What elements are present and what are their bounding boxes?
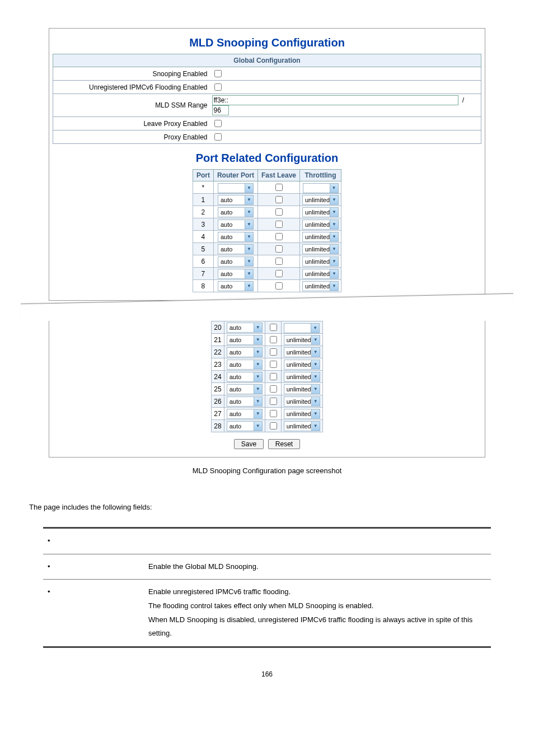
fast-leave-checkbox[interactable] bbox=[270, 324, 277, 331]
chevron-down-icon: ▼ bbox=[254, 409, 262, 418]
select-dropdown[interactable]: auto▼ bbox=[218, 244, 254, 254]
select-dropdown[interactable]: auto▼ bbox=[227, 421, 263, 431]
table-row: 1auto▼unlimited▼ bbox=[193, 194, 341, 206]
fast-leave-checkbox[interactable] bbox=[275, 196, 283, 203]
select-dropdown[interactable]: ▼ bbox=[303, 183, 339, 193]
fast-leave-checkbox[interactable] bbox=[275, 221, 283, 228]
select-dropdown[interactable]: unlimited▼ bbox=[302, 207, 339, 217]
select-value: auto bbox=[221, 221, 232, 228]
fast-leave-checkbox[interactable] bbox=[270, 348, 277, 356]
select-dropdown[interactable]: unlimited▼ bbox=[302, 281, 339, 291]
select-dropdown[interactable]: unlimited▼ bbox=[302, 256, 339, 267]
select-dropdown[interactable]: auto▼ bbox=[227, 323, 263, 333]
snooping-enabled-label: Snooping Enabled bbox=[53, 67, 210, 81]
throttling-cell: unlimited▼ bbox=[300, 255, 341, 268]
select-dropdown[interactable]: auto▼ bbox=[227, 409, 263, 419]
select-value: unlimited bbox=[305, 246, 330, 253]
chevron-down-icon: ▼ bbox=[311, 360, 320, 369]
throttling-cell: unlimited▼ bbox=[281, 420, 322, 432]
select-dropdown[interactable]: unlimited▼ bbox=[284, 409, 320, 419]
fast-leave-cell bbox=[257, 206, 299, 218]
select-dropdown[interactable]: auto▼ bbox=[218, 220, 254, 230]
unregistered-flooding-checkbox[interactable] bbox=[214, 83, 222, 91]
select-dropdown[interactable]: ▼ bbox=[284, 323, 320, 333]
proxy-enabled-checkbox[interactable] bbox=[214, 133, 222, 141]
desc-row: Enable unregistered IPMCv6 traffic flood… bbox=[43, 580, 491, 647]
select-dropdown[interactable]: auto▼ bbox=[218, 281, 254, 291]
leave-proxy-label: Leave Proxy Enabled bbox=[53, 117, 210, 130]
select-dropdown[interactable]: auto▼ bbox=[218, 256, 254, 267]
ssm-prefix-input[interactable] bbox=[212, 105, 229, 115]
select-dropdown[interactable]: unlimited▼ bbox=[302, 244, 339, 254]
fast-leave-checkbox[interactable] bbox=[270, 410, 277, 417]
select-dropdown[interactable]: auto▼ bbox=[218, 269, 254, 279]
select-dropdown[interactable]: unlimited▼ bbox=[284, 347, 320, 357]
fast-leave-checkbox[interactable] bbox=[275, 270, 283, 277]
chevron-down-icon: ▼ bbox=[245, 282, 253, 291]
reset-button[interactable]: Reset bbox=[268, 439, 300, 449]
select-dropdown[interactable]: auto▼ bbox=[218, 232, 254, 242]
fast-leave-checkbox[interactable] bbox=[275, 245, 283, 253]
ssm-range-input[interactable] bbox=[212, 95, 458, 105]
throttling-cell: unlimited▼ bbox=[281, 334, 322, 346]
router-port-cell: auto▼ bbox=[213, 243, 257, 255]
fast-leave-checkbox[interactable] bbox=[275, 208, 283, 216]
router-port-cell: auto▼ bbox=[213, 194, 257, 206]
leave-proxy-checkbox[interactable] bbox=[214, 120, 222, 127]
select-value: unlimited bbox=[305, 234, 330, 240]
fast-leave-checkbox[interactable] bbox=[270, 385, 277, 393]
global-section-header: Global Configuration bbox=[53, 54, 481, 67]
select-dropdown[interactable]: unlimited▼ bbox=[284, 384, 320, 394]
port-cell: * bbox=[193, 181, 213, 194]
fast-leave-checkbox[interactable] bbox=[275, 258, 283, 265]
router-port-cell: auto▼ bbox=[224, 383, 265, 395]
port-cell: 27 bbox=[212, 408, 224, 420]
select-value: auto bbox=[221, 270, 232, 277]
select-dropdown[interactable]: unlimited▼ bbox=[284, 335, 320, 345]
table-row: 2auto▼unlimited▼ bbox=[193, 206, 341, 218]
select-dropdown[interactable]: unlimited▼ bbox=[302, 232, 339, 242]
chevron-down-icon: ▼ bbox=[311, 348, 320, 357]
select-dropdown[interactable]: auto▼ bbox=[227, 396, 263, 407]
port-cell: 21 bbox=[212, 334, 224, 346]
save-button[interactable]: Save bbox=[234, 439, 264, 449]
select-dropdown[interactable]: auto▼ bbox=[218, 195, 254, 205]
select-dropdown[interactable]: unlimited▼ bbox=[302, 195, 339, 205]
select-value: auto bbox=[229, 374, 241, 380]
select-dropdown[interactable]: auto▼ bbox=[227, 360, 263, 370]
select-dropdown[interactable]: auto▼ bbox=[227, 347, 263, 357]
table-row: 23auto▼unlimited▼ bbox=[212, 358, 322, 371]
router-port-cell: auto▼ bbox=[224, 395, 265, 408]
fast-leave-checkbox[interactable] bbox=[270, 422, 277, 430]
select-dropdown[interactable]: auto▼ bbox=[218, 207, 254, 217]
select-dropdown[interactable]: unlimited▼ bbox=[284, 360, 320, 370]
select-value: unlimited bbox=[305, 209, 330, 216]
chevron-down-icon: ▼ bbox=[311, 335, 320, 344]
snooping-enabled-checkbox[interactable] bbox=[214, 70, 222, 77]
fast-leave-checkbox[interactable] bbox=[275, 233, 283, 240]
select-value: auto bbox=[229, 398, 241, 405]
fast-leave-checkbox[interactable] bbox=[270, 361, 277, 368]
select-dropdown[interactable]: auto▼ bbox=[227, 372, 263, 382]
port-cell: 2 bbox=[193, 206, 213, 218]
throttling-cell: unlimited▼ bbox=[300, 206, 341, 218]
select-value: auto bbox=[229, 361, 241, 368]
fast-leave-checkbox[interactable] bbox=[270, 373, 277, 380]
select-dropdown[interactable]: unlimited▼ bbox=[284, 421, 320, 431]
select-dropdown[interactable]: unlimited▼ bbox=[284, 372, 320, 382]
fast-leave-checkbox[interactable] bbox=[270, 336, 277, 343]
select-dropdown[interactable]: unlimited▼ bbox=[302, 220, 339, 230]
chevron-down-icon: ▼ bbox=[330, 269, 338, 278]
select-dropdown[interactable]: ▼ bbox=[218, 183, 254, 193]
chevron-down-icon: ▼ bbox=[245, 232, 253, 241]
fast-leave-checkbox[interactable] bbox=[275, 282, 283, 290]
select-dropdown[interactable]: auto▼ bbox=[227, 384, 263, 394]
select-dropdown[interactable]: auto▼ bbox=[227, 335, 263, 345]
select-value: auto bbox=[221, 246, 232, 253]
desc-row: Enable the Global MLD Snooping. bbox=[43, 554, 491, 580]
select-dropdown[interactable]: unlimited▼ bbox=[284, 396, 320, 407]
fast-leave-checkbox[interactable] bbox=[275, 184, 283, 191]
fast-leave-checkbox[interactable] bbox=[270, 398, 277, 405]
select-dropdown[interactable]: unlimited▼ bbox=[302, 269, 339, 279]
select-value: auto bbox=[229, 423, 241, 430]
